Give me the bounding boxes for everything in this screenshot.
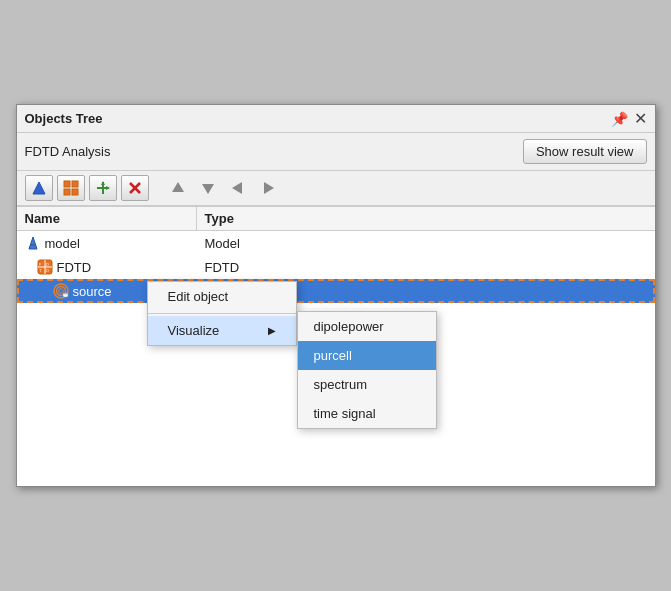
- fdtd-toolbar-row: FDTD Analysis Show result view: [17, 133, 655, 171]
- context-menu: Edit object Visualize ▶: [147, 281, 297, 346]
- svg-rect-2: [72, 181, 78, 187]
- svg-text:D: D: [46, 262, 49, 267]
- tree-area: Name Type model Model F D: [17, 206, 655, 486]
- grid-tool-button[interactable]: [57, 175, 85, 201]
- add-tool-button[interactable]: [25, 175, 53, 201]
- tree-row-source[interactable]: source DipoleSource: [17, 279, 655, 303]
- window-title: Objects Tree: [25, 111, 103, 126]
- name-cell-fdtd: F D T D FDTD: [17, 257, 197, 277]
- edit-object-menuitem[interactable]: Edit object: [148, 282, 296, 311]
- name-column-header: Name: [17, 207, 197, 230]
- fdtd-name: FDTD: [57, 260, 92, 275]
- show-result-button[interactable]: Show result view: [523, 139, 647, 164]
- close-icon[interactable]: ✕: [634, 109, 647, 128]
- tree-row-fdtd[interactable]: F D T D FDTD FDTD: [17, 255, 655, 279]
- fdtd-icon: F D T D: [37, 259, 53, 275]
- title-bar: Objects Tree 📌 ✕: [17, 105, 655, 133]
- submenu-item-purcell[interactable]: purcell: [298, 341, 436, 370]
- model-name: model: [45, 236, 80, 251]
- pin-icon[interactable]: 📌: [611, 111, 628, 127]
- objects-tree-window: Objects Tree 📌 ✕ FDTD Analysis Show resu…: [16, 104, 656, 487]
- submenu-arrow-icon: ▶: [268, 325, 276, 336]
- source-icon: [53, 283, 69, 299]
- svg-marker-7: [101, 181, 105, 185]
- left-arrow-button[interactable]: [225, 175, 251, 201]
- right-arrow-button[interactable]: [255, 175, 281, 201]
- svg-rect-27: [59, 289, 63, 293]
- svg-marker-11: [172, 182, 184, 192]
- source-name: source: [73, 284, 112, 299]
- submenu-item-spectrum[interactable]: spectrum: [298, 370, 436, 399]
- axis-tool-button[interactable]: [89, 175, 117, 201]
- svg-marker-13: [232, 182, 242, 194]
- name-cell-model: model: [17, 233, 197, 253]
- visualize-submenu: dipolepower purcell spectrum time signal: [297, 311, 437, 429]
- svg-rect-3: [64, 189, 70, 195]
- type-column-header: Type: [197, 207, 655, 230]
- svg-rect-4: [72, 189, 78, 195]
- delete-tool-button[interactable]: [121, 175, 149, 201]
- down-arrow-button[interactable]: [195, 175, 221, 201]
- fdtd-label: FDTD Analysis: [25, 144, 111, 159]
- up-arrow-button[interactable]: [165, 175, 191, 201]
- svg-marker-0: [33, 182, 45, 194]
- svg-text:D: D: [46, 268, 49, 273]
- svg-marker-15: [29, 237, 37, 249]
- svg-marker-14: [264, 182, 274, 194]
- type-cell-fdtd: FDTD: [197, 258, 655, 277]
- tree-header: Name Type: [17, 207, 655, 231]
- tree-row-model[interactable]: model Model: [17, 231, 655, 255]
- context-menu-separator: [148, 313, 296, 314]
- svg-marker-8: [106, 186, 110, 190]
- submenu-item-timesignal[interactable]: time signal: [298, 399, 436, 428]
- type-cell-model: Model: [197, 234, 655, 253]
- visualize-menuitem[interactable]: Visualize ▶: [148, 316, 296, 345]
- svg-rect-1: [64, 181, 70, 187]
- title-bar-icons: 📌 ✕: [611, 109, 647, 128]
- model-icon: [25, 235, 41, 251]
- toolbar-left: FDTD Analysis: [25, 144, 121, 159]
- submenu-item-dipolepower[interactable]: dipolepower: [298, 312, 436, 341]
- svg-marker-12: [202, 184, 214, 194]
